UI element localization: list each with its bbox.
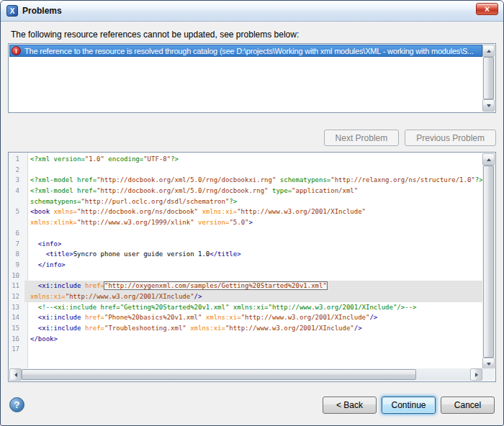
editor-horizontal-scrollbar[interactable] <box>9 368 482 381</box>
line-number: 13 <box>9 302 24 313</box>
editor-vertical-scrollbar[interactable] <box>482 153 495 370</box>
code-line-text: <xi:include href="Troubleshooting.xml" x… <box>24 323 483 334</box>
code-line-text: <?xml-model href="http://docbook.org/xml… <box>24 175 483 186</box>
code-line[interactable]: 15 <xi:include href="Troubleshooting.xml… <box>9 323 483 334</box>
editor-rows: 1<?xml version="1.0" encoding="UTF-8"?>2… <box>9 154 483 369</box>
code-line-text: <?xml-model href="http://docbook.org/xml… <box>24 186 483 196</box>
problems-rows: !The reference to the resource is resolv… <box>9 45 482 112</box>
code-line-text: xmlns:xi="http://www.w3.org/2001/XInclud… <box>24 291 483 302</box>
scroll-down-button[interactable] <box>482 99 495 112</box>
previous-problem-button[interactable]: Previous Problem <box>405 130 496 146</box>
next-problem-button[interactable]: Next Problem <box>324 130 400 146</box>
code-line[interactable]: 4<?xml-model href="http://docbook.org/xm… <box>9 186 483 196</box>
highlighted-href-value[interactable]: "http://oxygenxml.com/samples/Getting%20… <box>104 282 327 289</box>
oxygen-app-icon: X <box>6 5 18 17</box>
code-line-text: xmlns:xlink="http://www.w3.org/1999/xlin… <box>24 217 483 228</box>
scroll-right-button[interactable] <box>470 368 482 381</box>
footer-buttons: < Back Continue Cancel <box>323 396 495 414</box>
continue-button[interactable]: Continue <box>382 396 436 414</box>
line-number <box>9 217 24 228</box>
scroll-thumb[interactable] <box>22 369 416 380</box>
code-line[interactable]: 9 </info> <box>9 260 483 271</box>
line-number: 12 <box>9 291 24 302</box>
help-icon: ? <box>14 399 20 410</box>
scrollbar-corner <box>482 368 495 381</box>
scroll-thumb[interactable] <box>483 57 494 99</box>
problem-nav-buttons: Next Problem Previous Problem <box>324 130 496 146</box>
code-line[interactable]: 1<?xml version="1.0" encoding="UTF-8"?> <box>9 154 483 165</box>
line-number: 11 <box>9 281 24 291</box>
code-line[interactable]: 3<?xml-model href="http://docbook.org/xm… <box>9 175 483 186</box>
line-number: 17 <box>9 344 24 355</box>
code-line-text: <info> <box>24 239 483 250</box>
code-line-text: <!--<xi:include href="Getting%20Started%… <box>24 302 483 313</box>
line-number: 1 <box>9 154 24 165</box>
scroll-left-button[interactable] <box>9 368 22 381</box>
code-line[interactable]: 17 <box>9 344 483 355</box>
close-icon: × <box>485 5 490 14</box>
problem-text: The reference to the resource is resolve… <box>24 47 474 55</box>
line-number: 14 <box>9 312 24 323</box>
code-line-text <box>24 165 483 176</box>
code-line[interactable]: 7 <info> <box>9 239 483 250</box>
code-line[interactable]: 11 <xi:include href="http://oxygenxml.co… <box>9 281 483 291</box>
code-line[interactable]: 16</book> <box>9 334 483 345</box>
line-number: 5 <box>9 207 24 217</box>
problem-list-item[interactable]: !The reference to the resource is resolv… <box>9 45 482 57</box>
xml-editor[interactable]: 1<?xml version="1.0" encoding="UTF-8"?>2… <box>8 152 496 382</box>
back-button[interactable]: < Back <box>323 396 377 414</box>
code-line[interactable]: 6 <box>9 228 483 239</box>
code-line[interactable]: 12xmlns:xi="http://www.w3.org/2001/XIncl… <box>9 291 483 302</box>
error-icon: ! <box>12 46 21 55</box>
line-number: 8 <box>9 249 24 260</box>
problems-list[interactable]: !The reference to the resource is resolv… <box>8 43 496 113</box>
window-title: Problems <box>22 6 62 16</box>
close-button[interactable]: × <box>476 3 498 15</box>
code-line[interactable]: 2 <box>9 165 483 176</box>
line-number: 15 <box>9 323 24 334</box>
cancel-button[interactable]: Cancel <box>441 396 495 414</box>
code-line-text: </info> <box>24 260 483 271</box>
line-number: 2 <box>9 165 24 176</box>
line-number: 10 <box>9 271 24 281</box>
titlebar[interactable]: X Problems × <box>1 1 503 22</box>
code-line[interactable]: xmlns:xlink="http://www.w3.org/1999/xlin… <box>9 217 483 228</box>
line-number <box>9 196 24 207</box>
code-line-text: schematypens="http://purl.oclc.org/dsdl/… <box>24 196 483 207</box>
code-line-text: <xi:include href="http://oxygenxml.com/s… <box>24 281 483 291</box>
code-line-text: <book xmlns="http://docbook.org/ns/docbo… <box>24 207 483 217</box>
code-line[interactable]: 8 <title>Syncro phone user guide version… <box>9 249 483 260</box>
code-line[interactable]: 10 <box>9 271 483 281</box>
line-number: 3 <box>9 175 24 186</box>
line-number: 6 <box>9 228 24 239</box>
scroll-up-button[interactable] <box>482 153 495 166</box>
line-number: 9 <box>9 260 24 271</box>
code-line[interactable]: schematypens="http://purl.oclc.org/dsdl/… <box>9 196 483 207</box>
code-line-text: </book> <box>24 334 483 345</box>
code-line-text: <title>Syncro phone user guide version 1… <box>24 249 483 260</box>
code-line-text <box>24 344 483 355</box>
code-line-text: <xi:include href="Phone%20basics%20v1.xm… <box>24 312 483 323</box>
code-line[interactable]: 5<book xmlns="http://docbook.org/ns/docb… <box>9 207 483 217</box>
scroll-up-button[interactable] <box>482 45 495 57</box>
code-line[interactable]: 13 <!--<xi:include href="Getting%20Start… <box>9 302 483 313</box>
scroll-thumb[interactable] <box>483 166 494 358</box>
problems-dialog: X Problems × The following resource refe… <box>0 0 504 426</box>
code-line-text <box>24 271 483 281</box>
scroll-track[interactable] <box>416 368 470 381</box>
problems-scrollbar[interactable] <box>482 45 495 112</box>
instruction-text: The following resource references cannot… <box>11 30 493 40</box>
line-number: 16 <box>9 334 24 345</box>
code-line[interactable]: 14 <xi:include href="Phone%20basics%20v1… <box>9 312 483 323</box>
help-button[interactable]: ? <box>9 397 24 412</box>
line-number: 4 <box>9 186 24 196</box>
line-number: 7 <box>9 239 24 250</box>
code-line-text: <?xml version="1.0" encoding="UTF-8"?> <box>24 154 483 165</box>
code-line-text <box>24 228 483 239</box>
